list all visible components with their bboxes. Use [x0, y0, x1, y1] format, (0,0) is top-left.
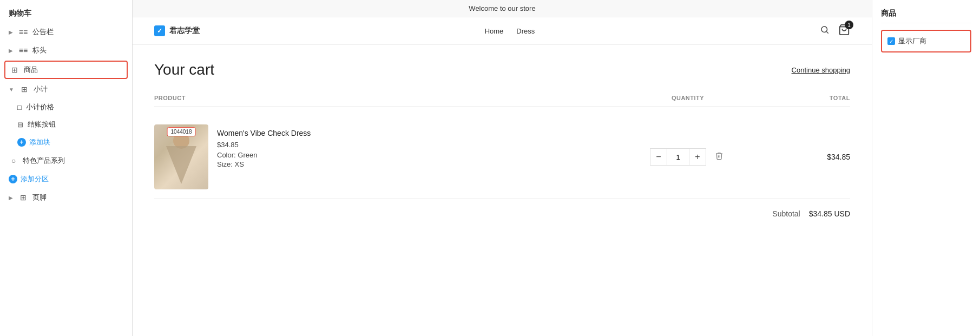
cart-table-header: PRODUCT QUANTITY TOTAL: [154, 95, 850, 107]
right-panel-section: ✓ 显示厂商: [881, 30, 971, 52]
sidebar: 购物车 ▶ ≡≡ 公告栏 ▶ ≡≡ 标头 ⊞ 商品 ▼ ⊞ 小计 □ 小计价格 …: [0, 0, 133, 336]
checkbox-row: ✓ 显示厂商: [887, 36, 965, 46]
subtotal-icon: ⊞: [19, 84, 29, 94]
product-info: Women's Vibe Check Dress $34.85 Color: G…: [217, 124, 311, 169]
sidebar-item-featured[interactable]: ○ 特色产品系列: [0, 151, 132, 170]
logo-text: 君志学堂: [169, 26, 200, 36]
header-icon: ≡≡: [18, 45, 28, 55]
sidebar-item-subtotal-price[interactable]: □ 小计价格: [0, 98, 132, 116]
nav-links: Home Dress: [485, 27, 535, 35]
sidebar-item-label: 小计价格: [26, 102, 54, 112]
sidebar-add-section[interactable]: + 添加分区: [0, 170, 132, 188]
vendor-checkbox[interactable]: ✓: [887, 37, 895, 45]
cart-badge: 1: [845, 21, 853, 29]
qty-value: 1: [667, 148, 689, 166]
store-banner: Welcome to our store: [133, 0, 872, 17]
subtotal-value: $34.85 USD: [809, 209, 850, 218]
table-row: 1044018 Women's Vibe Check Dress $34.85 …: [154, 116, 850, 199]
arrow-icon: ▼: [9, 87, 14, 93]
subtotal-label: Subtotal: [772, 209, 800, 218]
delete-item-button[interactable]: [713, 149, 726, 164]
svg-point-0: [821, 27, 827, 32]
right-panel: 商品 ✓ 显示厂商: [872, 0, 980, 336]
sidebar-item-announcement[interactable]: ▶ ≡≡ 公告栏: [0, 23, 132, 41]
main-content: Welcome to our store ✓ 君志学堂 Home Dress 1…: [133, 0, 872, 336]
sidebar-item-label: 特色产品系列: [23, 156, 65, 166]
banner-text: Welcome to our store: [469, 4, 535, 12]
sidebar-item-label: 结账按钮: [28, 120, 56, 129]
product-size: Size: XS: [217, 160, 311, 168]
col-total: TOTAL: [742, 95, 850, 101]
sidebar-item-label: 标头: [32, 45, 47, 55]
sidebar-item-label: 添加块: [29, 137, 50, 147]
nav-link-home[interactable]: Home: [485, 27, 504, 35]
nav-link-dress[interactable]: Dress: [516, 27, 535, 35]
cart-icon[interactable]: 1: [838, 24, 850, 38]
sidebar-item-subtotal[interactable]: ▼ ⊞ 小计: [0, 80, 132, 98]
sidebar-add-block[interactable]: + 添加块: [0, 133, 132, 151]
col-product: PRODUCT: [154, 95, 634, 101]
sidebar-item-header[interactable]: ▶ ≡≡ 标头: [0, 41, 132, 60]
item-total: $34.85: [742, 153, 850, 161]
sidebar-item-products[interactable]: ⊞ 商品: [4, 61, 128, 79]
store-nav: ✓ 君志学堂 Home Dress 1: [133, 17, 872, 45]
sidebar-item-label: 添加分区: [21, 174, 49, 184]
search-icon[interactable]: [820, 25, 830, 37]
sidebar-item-label: 商品: [24, 65, 38, 75]
products-icon: ⊞: [10, 65, 19, 75]
subtotal-price-icon: □: [17, 103, 22, 111]
product-price: $34.85: [217, 141, 311, 149]
arrow-icon: ▶: [9, 195, 13, 201]
add-section-icon: +: [9, 175, 17, 183]
product-id-badge: 1044018: [167, 127, 196, 136]
product-image: 1044018: [154, 124, 208, 189]
sidebar-item-footer[interactable]: ▶ ⊞ 页脚: [0, 188, 132, 207]
sidebar-item-label: 页脚: [32, 193, 47, 202]
right-panel-title: 商品: [881, 9, 971, 23]
product-color: Color: Green: [217, 151, 311, 159]
announcement-icon: ≡≡: [18, 27, 28, 37]
cart-title: Your cart: [154, 61, 214, 78]
sidebar-item-label: 公告栏: [32, 27, 54, 37]
store-logo: ✓ 君志学堂: [154, 25, 200, 36]
cart-page: Your cart Continue shopping PRODUCT QUAN…: [133, 45, 872, 245]
arrow-icon: ▶: [9, 48, 13, 54]
sidebar-item-label: 小计: [34, 84, 48, 94]
vendor-checkbox-label: 显示厂商: [898, 36, 926, 46]
checkout-icon: ⊟: [17, 121, 23, 129]
continue-shopping-link[interactable]: Continue shopping: [792, 66, 850, 74]
svg-line-1: [826, 31, 828, 33]
qty-decrease-button[interactable]: −: [650, 148, 667, 166]
cart-product: 1044018 Women's Vibe Check Dress $34.85 …: [154, 124, 634, 189]
arrow-icon: ▶: [9, 29, 13, 35]
subtotal-row: Subtotal $34.85 USD: [154, 199, 850, 229]
qty-increase-button[interactable]: +: [689, 148, 706, 166]
product-name: Women's Vibe Check Dress: [217, 129, 311, 137]
logo-check-icon: ✓: [154, 25, 165, 36]
sidebar-item-checkout-btn[interactable]: ⊟ 结账按钮: [0, 116, 132, 133]
col-quantity: QUANTITY: [634, 95, 742, 101]
sidebar-title: 购物车: [0, 0, 132, 23]
cart-header: Your cart Continue shopping: [154, 61, 850, 78]
add-block-icon: +: [17, 138, 26, 147]
quantity-cell: − 1 +: [634, 148, 742, 166]
nav-icons: 1: [820, 24, 850, 38]
featured-icon: ○: [9, 156, 18, 166]
footer-icon: ⊞: [18, 193, 28, 202]
